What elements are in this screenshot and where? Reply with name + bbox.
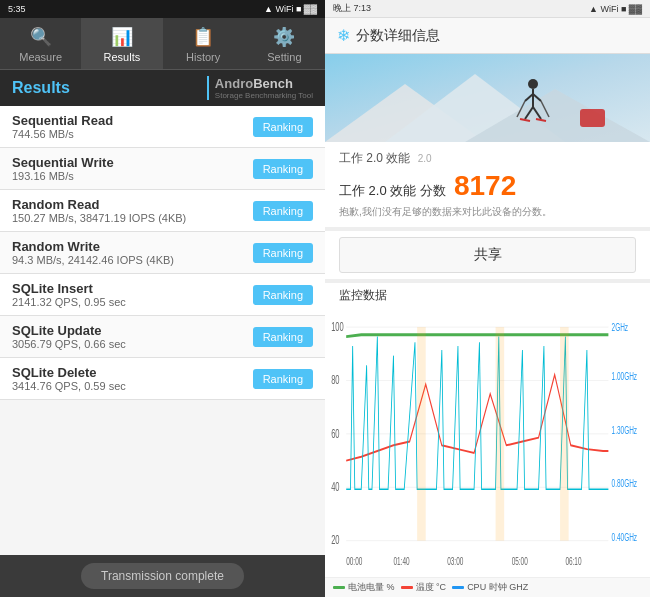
- score-main-label: 工作 2.0 效能 分数: [339, 182, 446, 200]
- bench-info: SQLite Update 3056.79 QPS, 0.66 sec: [12, 323, 126, 350]
- ranking-btn-sqlite-delete[interactable]: Ranking: [253, 369, 313, 389]
- right-panel: ❄ 分数详细信息: [325, 18, 650, 597]
- svg-text:00:00: 00:00: [346, 556, 362, 568]
- results-icon: 📊: [111, 26, 133, 48]
- logo-andro: Andro: [215, 76, 253, 91]
- svg-rect-32: [560, 327, 569, 541]
- bench-value: 744.56 MB/s: [12, 128, 113, 140]
- svg-text:40: 40: [331, 479, 339, 494]
- legend-item-cpu: CPU 时钟 GHZ: [452, 581, 528, 594]
- results-title: Results: [12, 79, 70, 97]
- monitor-section: 监控数据: [325, 279, 650, 306]
- androbench-logo: AndroBench Storage Benchmarking Tool: [207, 76, 313, 100]
- svg-text:0.40GHz: 0.40GHz: [612, 531, 638, 543]
- share-button[interactable]: 共享: [339, 237, 636, 273]
- bench-name: Random Read: [12, 197, 186, 212]
- svg-text:60: 60: [331, 425, 339, 440]
- svg-text:01:40: 01:40: [393, 556, 409, 568]
- bench-name: Sequential Write: [12, 155, 114, 170]
- bench-info: Random Read 150.27 MB/s, 38471.19 IOPS (…: [12, 197, 186, 224]
- svg-text:20: 20: [331, 532, 339, 547]
- svg-text:100: 100: [331, 319, 344, 334]
- bench-row-sqlite-insert: SQLite Insert 2141.32 QPS, 0.95 sec Rank…: [0, 274, 325, 316]
- svg-point-4: [528, 79, 538, 89]
- bench-row-sqlite-delete: SQLite Delete 3414.76 QPS, 0.59 sec Rank…: [0, 358, 325, 400]
- monitor-label: 监控数据: [339, 288, 387, 302]
- right-header: ❄ 分数详细信息: [325, 18, 650, 54]
- svg-text:03:00: 03:00: [447, 556, 463, 568]
- bench-info: Sequential Write 193.16 MB/s: [12, 155, 114, 182]
- svg-text:06:10: 06:10: [565, 556, 581, 568]
- bench-row-seq-read: Sequential Read 744.56 MB/s Ranking: [0, 106, 325, 148]
- legend-color-battery: [333, 586, 345, 589]
- nav-item-measure[interactable]: 🔍 Measure: [0, 18, 81, 69]
- legend-color-cpu: [452, 586, 464, 589]
- ranking-btn-seq-read[interactable]: Ranking: [253, 117, 313, 137]
- nav-label-results: Results: [104, 51, 141, 63]
- bench-info: Random Write 94.3 MB/s, 24142.46 IOPS (4…: [12, 239, 174, 266]
- legend-color-temp: [401, 586, 413, 589]
- svg-text:1.00GHz: 1.00GHz: [612, 371, 638, 383]
- svg-text:0.80GHz: 0.80GHz: [612, 477, 638, 489]
- score-note: 抱歉,我们没有足够的数据来对比此设备的分数。: [339, 205, 636, 219]
- transmission-bar: Transmission complete: [0, 555, 325, 597]
- logo-bench: Bench: [253, 76, 293, 91]
- legend-item-temp: 温度 °C: [401, 581, 447, 594]
- results-header: Results AndroBench Storage Benchmarking …: [0, 70, 325, 106]
- score-label: 工作 2.0 效能 2.0: [339, 150, 636, 167]
- bench-row-rand-write: Random Write 94.3 MB/s, 24142.46 IOPS (4…: [0, 232, 325, 274]
- setting-icon: ⚙️: [273, 26, 295, 48]
- hero-image: [325, 54, 650, 142]
- bench-value: 3056.79 QPS, 0.66 sec: [12, 338, 126, 350]
- bench-value: 193.16 MB/s: [12, 170, 114, 182]
- bench-value: 94.3 MB/s, 24142.46 IOPS (4KB): [12, 254, 174, 266]
- bench-info: Sequential Read 744.56 MB/s: [12, 113, 113, 140]
- bench-name: SQLite Insert: [12, 281, 126, 296]
- ranking-btn-seq-write[interactable]: Ranking: [253, 159, 313, 179]
- measure-icon: 🔍: [30, 26, 52, 48]
- share-section: 共享: [325, 227, 650, 279]
- monitor-chart: 100 80 60 40 20 2GHz 1.00GHz 1.30GHz 0.8…: [329, 308, 646, 575]
- status-bar-left: 5:35 ▲ WiFi ■ ▓▓: [0, 0, 325, 18]
- legend-item-battery: 电池电量 %: [333, 581, 395, 594]
- chart-container: 100 80 60 40 20 2GHz 1.00GHz 1.30GHz 0.8…: [325, 306, 650, 577]
- nav-label-measure: Measure: [19, 51, 62, 63]
- bench-row-sqlite-update: SQLite Update 3056.79 QPS, 0.66 sec Rank…: [0, 316, 325, 358]
- status-bar-right: 晚上 7:13 ▲ WiFi ■ ▓▓: [325, 0, 650, 18]
- bench-value: 3414.76 QPS, 0.59 sec: [12, 380, 126, 392]
- logo-sub: Storage Benchmarking Tool: [215, 91, 313, 100]
- bench-row-rand-read: Random Read 150.27 MB/s, 38471.19 IOPS (…: [0, 190, 325, 232]
- bench-value: 2141.32 QPS, 0.95 sec: [12, 296, 126, 308]
- ranking-btn-rand-write[interactable]: Ranking: [253, 243, 313, 263]
- nav-item-results[interactable]: 📊 Results: [81, 18, 162, 69]
- svg-text:1.30GHz: 1.30GHz: [612, 424, 638, 436]
- snowflake-icon: ❄: [337, 26, 350, 45]
- bench-name: Random Write: [12, 239, 174, 254]
- score-section: 工作 2.0 效能 2.0 工作 2.0 效能 分数 8172 抱歉,我们没有足…: [325, 142, 650, 227]
- ranking-btn-sqlite-insert[interactable]: Ranking: [253, 285, 313, 305]
- nav-item-history[interactable]: 📋 History: [163, 18, 244, 69]
- bench-name: Sequential Read: [12, 113, 113, 128]
- svg-text:80: 80: [331, 372, 339, 387]
- transmission-button[interactable]: Transmission complete: [81, 563, 244, 589]
- chart-legend: 电池电量 % 温度 °C CPU 时钟 GHZ: [325, 577, 650, 597]
- nav-bar: 🔍 Measure 📊 Results 📋 History ⚙️ Setting: [0, 18, 325, 70]
- nav-label-setting: Setting: [267, 51, 301, 63]
- svg-rect-31: [496, 327, 505, 541]
- history-icon: 📋: [192, 26, 214, 48]
- svg-text:2GHz: 2GHz: [612, 321, 629, 333]
- bench-name: SQLite Update: [12, 323, 126, 338]
- ranking-btn-rand-read[interactable]: Ranking: [253, 201, 313, 221]
- bench-row-seq-write: Sequential Write 193.16 MB/s Ranking: [0, 148, 325, 190]
- bench-list: Sequential Read 744.56 MB/s Ranking Sequ…: [0, 106, 325, 555]
- nav-item-setting[interactable]: ⚙️ Setting: [244, 18, 325, 69]
- score-number: 8172: [454, 170, 516, 202]
- ranking-btn-sqlite-update[interactable]: Ranking: [253, 327, 313, 347]
- left-panel: 🔍 Measure 📊 Results 📋 History ⚙️ Setting: [0, 18, 325, 597]
- bench-info: SQLite Insert 2141.32 QPS, 0.95 sec: [12, 281, 126, 308]
- svg-text:05:00: 05:00: [512, 556, 528, 568]
- right-header-text: 分数详细信息: [356, 27, 440, 45]
- svg-rect-14: [580, 109, 605, 127]
- bench-name: SQLite Delete: [12, 365, 126, 380]
- svg-rect-30: [417, 327, 426, 541]
